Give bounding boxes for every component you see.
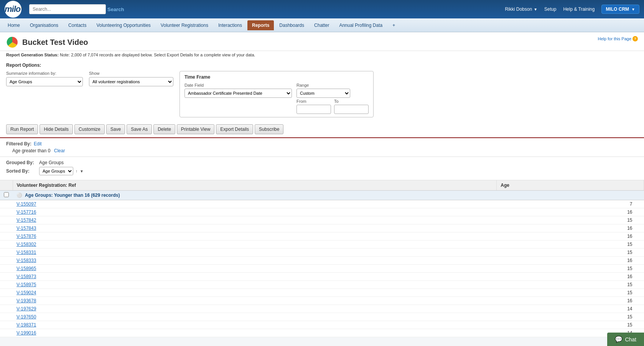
user-dropdown[interactable]: Rikki Dobson ▼ bbox=[505, 7, 537, 12]
nav-item-home[interactable]: Home bbox=[3, 20, 25, 30]
help-training-link[interactable]: Help & Training bbox=[563, 7, 595, 12]
record-link[interactable]: V-197650 bbox=[16, 314, 36, 320]
record-link[interactable]: V-158965 bbox=[16, 266, 36, 271]
row-ref-cell: V-158973 bbox=[13, 273, 497, 281]
row-age-cell: 15 bbox=[497, 321, 644, 329]
nav-item-volunteer-registrations[interactable]: Volunteer Registrations bbox=[156, 20, 213, 30]
show-select[interactable]: All volunteer registrationsMy volunteer … bbox=[89, 77, 173, 86]
filter-edit-link[interactable]: Edit bbox=[34, 141, 42, 147]
table-row: V-197650 15 bbox=[0, 313, 644, 321]
nav-item-organisations[interactable]: Organisations bbox=[25, 20, 63, 30]
page-header-left: Bucket Test Video bbox=[6, 36, 88, 48]
sort-down-arrow[interactable]: ▼ bbox=[80, 169, 84, 173]
data-table-section: Volunteer Registration: Ref Age ⚪ Age Gr… bbox=[0, 180, 644, 337]
nav-item-annual-profiling[interactable]: Annual Profiling Data bbox=[334, 20, 387, 30]
nav-bar: Home Organisations Contacts Volunteering… bbox=[0, 18, 644, 32]
crm-button[interactable]: MILO CRM ▼ bbox=[601, 5, 639, 14]
row-checkbox-cell bbox=[0, 297, 13, 305]
date-field-select[interactable]: Ambassador Certificate Presented Date bbox=[184, 89, 292, 98]
nav-item-reports[interactable]: Reports bbox=[247, 20, 274, 30]
nav-item-dashboards[interactable]: Dashboards bbox=[275, 20, 309, 30]
row-ref-cell: V-158302 bbox=[13, 241, 497, 249]
chat-bubble-icon: 💬 bbox=[615, 336, 623, 337]
nav-more-button[interactable]: + bbox=[388, 20, 400, 30]
range-select[interactable]: CustomThis MonthLast MonthThis YearLast … bbox=[296, 89, 350, 98]
table-row: V-158333 16 bbox=[0, 257, 644, 265]
table-row: V-198371 15 bbox=[0, 321, 644, 329]
row-ref-cell: V-199016 bbox=[13, 329, 497, 337]
hide-details-button[interactable]: Hide Details bbox=[40, 124, 73, 134]
logo-area: milo bbox=[5, 1, 21, 18]
record-link[interactable]: V-158975 bbox=[16, 282, 36, 287]
nav-item-interactions[interactable]: Interactions bbox=[214, 20, 247, 30]
show-group: Show All volunteer registrationsMy volun… bbox=[89, 71, 173, 86]
row-ref-cell: V-158333 bbox=[13, 257, 497, 265]
setup-link[interactable]: Setup bbox=[544, 7, 556, 12]
table-row: V-157876 16 bbox=[0, 232, 644, 241]
row-age-cell: 16 bbox=[497, 273, 644, 281]
run-report-button[interactable]: Run Report bbox=[6, 124, 38, 134]
record-link[interactable]: V-159024 bbox=[16, 290, 36, 295]
summarize-group: Summarize information by: Age Groups bbox=[6, 71, 83, 86]
sort-direction[interactable]: ↑ bbox=[76, 169, 77, 173]
summarize-select[interactable]: Age Groups bbox=[6, 77, 83, 86]
table-body: ⚪ Age Groups: Younger than 16 (629 recor… bbox=[0, 191, 644, 337]
sort-select[interactable]: Age Groups bbox=[39, 167, 73, 175]
row-ref-cell: V-157716 bbox=[13, 208, 497, 216]
help-page-label: Help for this Page bbox=[598, 36, 631, 41]
help-page-link[interactable]: Help for this Page ? bbox=[598, 36, 638, 41]
table-row: V-158302 15 bbox=[0, 241, 644, 249]
row-age-cell: 15 bbox=[497, 249, 644, 257]
table-row: V-199016 14 bbox=[0, 329, 644, 337]
nav-item-contacts[interactable]: Contacts bbox=[64, 20, 91, 30]
record-link[interactable]: V-197629 bbox=[16, 306, 36, 311]
row-ref-cell: V-157876 bbox=[13, 232, 497, 241]
row-ref-cell: V-157842 bbox=[13, 216, 497, 224]
filter-section: Filtered By: Edit Age greater than 0 Cle… bbox=[0, 138, 644, 157]
filter-text: Age greater than 0 bbox=[12, 148, 50, 153]
record-link[interactable]: V-155097 bbox=[16, 201, 36, 207]
to-input[interactable] bbox=[334, 105, 369, 114]
row-age-cell: 15 bbox=[497, 241, 644, 249]
printable-view-button[interactable]: Printable View bbox=[177, 124, 215, 134]
user-name: Rikki Dobson bbox=[505, 7, 532, 12]
chat-button[interactable]: 💬 Chat bbox=[607, 333, 644, 337]
from-input[interactable] bbox=[296, 105, 331, 114]
record-link[interactable]: V-158302 bbox=[16, 242, 36, 247]
row-ref-cell: V-197650 bbox=[13, 313, 497, 321]
subscribe-button[interactable]: Subscribe bbox=[255, 124, 283, 134]
group-select-checkbox[interactable] bbox=[4, 192, 9, 197]
logo-dot bbox=[21, 5, 21, 8]
col-checkbox bbox=[0, 180, 13, 191]
search-button[interactable]: Search bbox=[107, 7, 124, 12]
sorted-by-row: Sorted By: Age Groups ↑ ▼ bbox=[6, 167, 638, 175]
export-details-button[interactable]: Export Details bbox=[216, 124, 253, 134]
row-age-cell: 15 bbox=[497, 313, 644, 321]
to-label: To bbox=[334, 99, 369, 104]
filter-value: Age greater than 0 Clear bbox=[12, 148, 638, 153]
record-link[interactable]: V-193678 bbox=[16, 298, 36, 303]
save-as-button[interactable]: Save As bbox=[127, 124, 152, 134]
nav-item-chatter[interactable]: Chatter bbox=[310, 20, 334, 30]
page-title: Bucket Test Video bbox=[22, 38, 88, 47]
nav-item-volunteering-opportunities[interactable]: Volunteering Opportunities bbox=[92, 20, 155, 30]
customize-button[interactable]: Customize bbox=[74, 124, 105, 134]
col-age[interactable]: Age bbox=[497, 180, 644, 191]
col-ref[interactable]: Volunteer Registration: Ref bbox=[13, 180, 497, 191]
save-button[interactable]: Save bbox=[106, 124, 125, 134]
row-age-cell: 15 bbox=[497, 216, 644, 224]
delete-button[interactable]: Delete bbox=[153, 124, 175, 134]
filter-clear-link[interactable]: Clear bbox=[54, 148, 65, 153]
search-input[interactable] bbox=[29, 4, 106, 14]
report-options-section: Report Options: Summarize information by… bbox=[0, 59, 644, 121]
record-link[interactable]: V-157842 bbox=[16, 217, 36, 223]
record-link[interactable]: V-157843 bbox=[16, 226, 36, 231]
record-link[interactable]: V-198371 bbox=[16, 322, 36, 328]
sorted-by-label: Sorted By: bbox=[6, 168, 37, 174]
record-link[interactable]: V-158331 bbox=[16, 250, 36, 255]
record-link[interactable]: V-158333 bbox=[16, 258, 36, 263]
record-link[interactable]: V-157876 bbox=[16, 234, 36, 239]
record-link[interactable]: V-157716 bbox=[16, 209, 36, 215]
record-link[interactable]: V-158973 bbox=[16, 274, 36, 279]
record-link[interactable]: V-199016 bbox=[16, 330, 36, 336]
